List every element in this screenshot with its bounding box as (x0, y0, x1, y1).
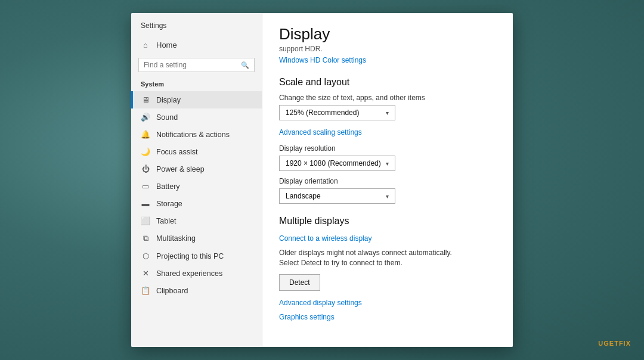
shared-icon: ✕ (141, 269, 150, 278)
storage-icon: ▬ (141, 199, 150, 208)
notifications-icon: 🔔 (141, 130, 150, 139)
sound-icon: 🔊 (141, 113, 150, 122)
resolution-dropdown[interactable]: 1920 × 1080 (Recommended) ▾ (279, 156, 395, 171)
multiple-displays-title: Multiple displays (279, 216, 496, 226)
search-box[interactable]: 🔍 (138, 58, 255, 72)
sidebar-item-storage[interactable]: ▬ Storage (131, 195, 262, 212)
home-icon: ⌂ (141, 41, 150, 49)
home-label: Home (156, 41, 177, 49)
clipboard-icon: 📋 (141, 286, 150, 295)
resolution-dropdown-arrow: ▾ (386, 160, 389, 167)
sidebar-item-tablet-label: Tablet (156, 217, 176, 225)
hdr-description: support HDR. (279, 45, 496, 53)
scale-value: 125% (Recommended) (286, 108, 359, 117)
app-title: Settings (131, 18, 262, 36)
battery-icon: ▭ (141, 182, 150, 191)
advanced-display-link[interactable]: Advanced display settings (279, 299, 362, 307)
scale-field-label: Change the size of text, apps, and other… (279, 94, 496, 102)
sidebar: Settings ⌂ Home 🔍 System 🖥 Display 🔊 Sou… (131, 13, 262, 347)
sidebar-item-tablet[interactable]: ⬜ Tablet (131, 212, 262, 229)
resolution-value: 1920 × 1080 (Recommended) (286, 159, 381, 167)
scale-dropdown[interactable]: 125% (Recommended) ▾ (279, 105, 395, 120)
orientation-value: Landscape (286, 192, 321, 200)
sidebar-item-sound[interactable]: 🔊 Sound (131, 108, 262, 126)
sidebar-item-power[interactable]: ⏻ Power & sleep (131, 160, 262, 178)
advanced-scaling-link[interactable]: Advanced scaling settings (279, 128, 362, 136)
orientation-dropdown-arrow: ▾ (386, 193, 389, 200)
system-section-label: System (131, 78, 262, 91)
sidebar-item-clipboard[interactable]: 📋 Clipboard (131, 282, 262, 299)
scale-dropdown-arrow: ▾ (386, 110, 389, 116)
sidebar-item-battery-label: Battery (156, 182, 180, 191)
tablet-icon: ⬜ (141, 216, 150, 225)
sidebar-item-focus[interactable]: 🌙 Focus assist (131, 143, 262, 160)
sidebar-item-display-label: Display (156, 96, 181, 104)
sidebar-item-notifications[interactable]: 🔔 Notifications & actions (131, 126, 262, 143)
sidebar-item-shared-label: Shared experiences (156, 269, 222, 278)
sidebar-item-display[interactable]: 🖥 Display (131, 91, 262, 108)
projecting-icon: ⬡ (141, 252, 150, 260)
display-icon: 🖥 (141, 95, 150, 104)
multitasking-icon: ⧉ (141, 234, 150, 243)
sidebar-item-battery[interactable]: ▭ Battery (131, 178, 262, 195)
sidebar-item-notifications-label: Notifications & actions (156, 131, 230, 139)
main-content: Display support HDR. Windows HD Color se… (262, 13, 513, 347)
settings-window: Settings ⌂ Home 🔍 System 🖥 Display 🔊 Sou… (131, 13, 513, 347)
sidebar-item-projecting[interactable]: ⬡ Projecting to this PC (131, 247, 262, 265)
sidebar-item-projecting-label: Projecting to this PC (156, 252, 224, 260)
detect-button[interactable]: Detect (279, 274, 320, 291)
search-icon: 🔍 (241, 61, 249, 69)
scale-section-title: Scale and layout (279, 77, 496, 88)
watermark-text: UGETFIX (598, 340, 631, 347)
hdr-link[interactable]: Windows HD Color settings (279, 56, 366, 64)
graphics-settings-link[interactable]: Graphics settings (279, 313, 335, 321)
page-title: Display (279, 25, 496, 44)
orientation-label: Display orientation (279, 177, 496, 185)
older-displays-text: Older displays might not always connect … (279, 248, 470, 268)
sidebar-item-storage-label: Storage (156, 200, 182, 208)
sidebar-item-clipboard-label: Clipboard (156, 287, 188, 295)
search-input[interactable] (144, 61, 237, 69)
sidebar-item-multitasking[interactable]: ⧉ Multitasking (131, 229, 262, 247)
wireless-display-link[interactable]: Connect to a wireless display (279, 234, 371, 243)
sidebar-item-shared[interactable]: ✕ Shared experiences (131, 265, 262, 282)
resolution-label: Display resolution (279, 144, 496, 153)
focus-icon: 🌙 (141, 147, 150, 156)
power-icon: ⏻ (141, 165, 150, 173)
sidebar-item-sound-label: Sound (156, 113, 178, 122)
sidebar-item-power-label: Power & sleep (156, 165, 205, 173)
home-nav-item[interactable]: ⌂ Home (131, 36, 262, 54)
sidebar-item-focus-label: Focus assist (156, 148, 197, 156)
sidebar-item-multitasking-label: Multitasking (156, 234, 196, 243)
orientation-dropdown[interactable]: Landscape ▾ (279, 188, 395, 204)
